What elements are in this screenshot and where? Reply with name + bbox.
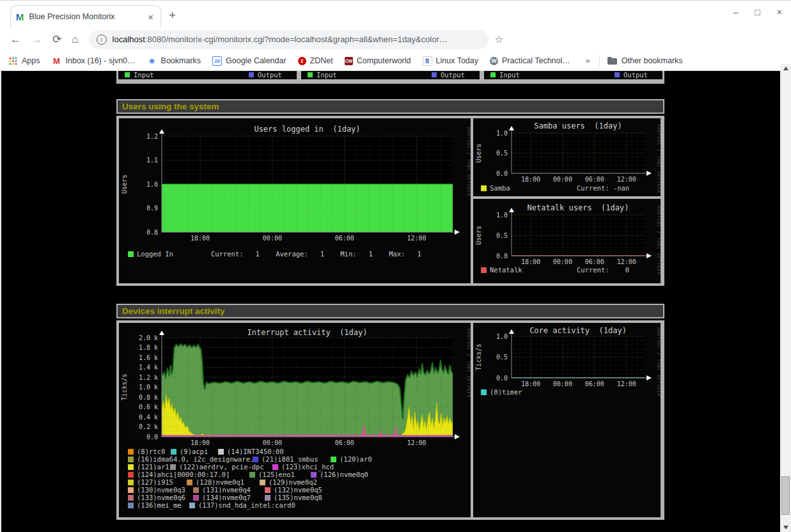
svg-text:12:00: 12:00 xyxy=(617,380,636,387)
site-info-icon[interactable]: i xyxy=(97,35,107,45)
svg-text:Users: Users xyxy=(475,226,482,245)
svg-text:06:00: 06:00 xyxy=(585,380,604,387)
svg-text:1.4 k: 1.4 k xyxy=(139,364,158,371)
partial-graph[interactable]: Input Output xyxy=(484,71,662,79)
svg-text:0.4 k: 0.4 k xyxy=(139,414,158,421)
bookmarks-separator xyxy=(599,55,600,66)
svg-text:Ticks/s: Ticks/s xyxy=(121,373,128,400)
svg-text:12:00: 12:00 xyxy=(617,176,636,183)
svg-text:1.2 k: 1.2 k xyxy=(139,374,158,381)
svg-text:(0)timer: (0)timer xyxy=(490,388,522,396)
svg-text:0.2 k: 0.2 k xyxy=(139,423,158,430)
svg-text:(135)nvme0q8: (135)nvme0q8 xyxy=(274,494,322,501)
svg-text:00:00: 00:00 xyxy=(553,380,572,387)
input-swatch xyxy=(308,72,313,77)
bookmark-zdnet[interactable]: z ZDNet xyxy=(298,56,333,65)
bookmark-label: Bookmarks xyxy=(161,56,201,65)
users-logged-in-graph[interactable]: Users logged in (1day)Users0.80.91.01.11… xyxy=(119,118,471,283)
svg-text:Netatalk users (1day): Netatalk users (1day) xyxy=(528,203,629,212)
svg-text:Netatalk: Netatalk xyxy=(490,266,522,274)
samba-users-graph[interactable]: Samba users (1day)Users0.00.51.018:0000:… xyxy=(473,118,661,196)
svg-text:0.5: 0.5 xyxy=(496,354,508,361)
svg-text:(136)mei_me: (136)mei_me xyxy=(137,501,182,510)
browser-toolbar: ← → ⟳ ⌂ i localhost:8080/monitorix-cgi/m… xyxy=(0,27,791,51)
bookmark-apps[interactable]: Apps xyxy=(8,56,40,66)
svg-text:1.0: 1.0 xyxy=(496,212,508,219)
input-label: Input xyxy=(499,71,520,79)
input-swatch xyxy=(490,72,496,77)
bookmark-label: Computerworld xyxy=(357,56,411,65)
other-bookmarks[interactable]: Other bookmarks xyxy=(607,56,683,66)
url-bar[interactable]: i localhost:8080/monitorix-cgi/monitorix… xyxy=(89,30,489,49)
scroll-up-arrow[interactable] xyxy=(780,64,791,73)
bookmark-star-icon[interactable]: ☆ xyxy=(495,34,503,45)
new-tab-button[interactable]: + xyxy=(169,8,176,22)
svg-text:(137)snd_hda_intel:card0: (137)snd_hda_intel:card0 xyxy=(198,501,295,510)
svg-text:(127)i915: (127)i915 xyxy=(137,478,173,486)
zdnet-icon: z xyxy=(298,57,306,65)
section-header-interrupts: Devices interrupt activity xyxy=(116,304,664,318)
bookmark-inbox[interactable]: M Inbox (16) - sjvn0… xyxy=(52,56,136,66)
svg-text:(133)nvme0q6: (133)nvme0q6 xyxy=(137,494,185,501)
bookmark-bookmarks[interactable]: ★ Bookmarks xyxy=(147,56,201,66)
svg-text:18:00: 18:00 xyxy=(191,439,210,446)
wordpress-icon: W xyxy=(490,57,498,65)
bookmark-label: Inbox (16) - sjvn0… xyxy=(66,56,136,65)
svg-text:0.0: 0.0 xyxy=(496,253,508,260)
interrupts-right-column: Core activity (1day)Ticks/s0.00.51.018:0… xyxy=(473,323,661,517)
interrupt-activity-graph[interactable]: Interrupt activity (1day)Ticks/s0.00.2 k… xyxy=(119,323,471,517)
svg-text:12:00: 12:00 xyxy=(407,439,427,446)
window-maximize-button[interactable]: □ xyxy=(755,7,760,17)
browser-chrome: M Blue Precision Monitorix × + – □ × ← →… xyxy=(0,0,791,72)
svg-text:(134)nvme0q7: (134)nvme0q7 xyxy=(202,494,251,501)
bookmark-practical-technology[interactable]: W Practical Technol… xyxy=(490,56,570,65)
partial-graph[interactable]: Input Output xyxy=(301,71,480,79)
svg-text:0.5: 0.5 xyxy=(496,150,508,157)
previous-section-bottom: Input Output Input Output Input Output xyxy=(116,71,664,84)
scroll-down-arrow[interactable] xyxy=(780,523,791,532)
reload-button[interactable]: ⟳ xyxy=(52,33,61,46)
core-activity-graph[interactable]: Core activity (1day)Ticks/s0.00.51.018:0… xyxy=(473,323,661,400)
svg-text:1.2: 1.2 xyxy=(146,133,158,140)
input-label: Input xyxy=(317,71,337,79)
bookmarks-overflow-chevron[interactable]: » xyxy=(586,56,590,65)
svg-text:18:00: 18:00 xyxy=(191,235,210,242)
forward-button[interactable]: → xyxy=(31,33,42,46)
svg-text:(9)acpi: (9)acpi xyxy=(180,448,208,455)
svg-text:1.8 k: 1.8 k xyxy=(139,344,158,351)
svg-text:12:00: 12:00 xyxy=(407,235,427,242)
svg-text:Current: 0: Current: 0 xyxy=(577,266,629,274)
svg-text:18:00: 18:00 xyxy=(521,380,540,387)
svg-text:Users: Users xyxy=(121,175,128,194)
bookmark-google-calendar[interactable]: 28 Google Calendar xyxy=(212,56,286,66)
partial-graph[interactable]: Input Output xyxy=(118,71,297,79)
bookmark-computerworld[interactable]: CW Computerworld xyxy=(345,56,411,65)
users-right-column: Samba users (1day)Users0.00.51.018:0000:… xyxy=(473,118,661,283)
window-close-button[interactable]: × xyxy=(777,7,782,17)
browser-tab[interactable]: M Blue Precision Monitorix × xyxy=(10,5,161,27)
window-minimize-button[interactable]: – xyxy=(733,7,739,17)
svg-text:2.0 k: 2.0 k xyxy=(139,334,158,341)
scrollbar-thumb[interactable] xyxy=(781,476,790,515)
svg-text:00:00: 00:00 xyxy=(553,258,572,265)
svg-text:(125)eno1: (125)eno1 xyxy=(258,471,295,478)
svg-text:Ticks/s: Ticks/s xyxy=(475,343,482,370)
svg-text:(129)nvme0q2: (129)nvme0q2 xyxy=(269,478,317,486)
tab-close-icon[interactable]: × xyxy=(146,12,155,22)
output-label: Output xyxy=(441,71,465,79)
svg-text:12:00: 12:00 xyxy=(617,258,636,265)
svg-text:1.1: 1.1 xyxy=(146,157,158,164)
svg-text:RRDTOOL / TOBI OETIKER: RRDTOOL / TOBI OETIKER xyxy=(466,127,471,196)
bookmarks-bar: Apps M Inbox (16) - sjvn0… ★ Bookmarks 2… xyxy=(0,51,791,70)
back-button[interactable]: ← xyxy=(10,33,21,46)
bookmark-linux-today[interactable]: lt Linux Today xyxy=(423,56,479,66)
linux-today-icon: lt xyxy=(423,56,432,66)
svg-text:1.0: 1.0 xyxy=(496,130,508,137)
netatalk-users-graph[interactable]: Netatalk users (1day)Users0.00.51.018:00… xyxy=(473,199,661,283)
section-title: Devices interrupt activity xyxy=(118,306,225,316)
svg-text:06:00: 06:00 xyxy=(585,258,604,265)
input-label: Input xyxy=(134,71,154,79)
home-button[interactable]: ⌂ xyxy=(72,33,78,46)
svg-text:(128)nvme0q1: (128)nvme0q1 xyxy=(196,478,244,486)
scrollbar[interactable] xyxy=(780,64,791,532)
